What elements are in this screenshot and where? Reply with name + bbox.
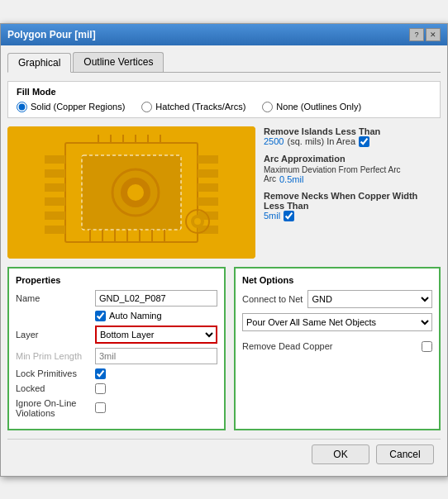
- fill-mode-section: Fill Mode Solid (Copper Regions) Hatched…: [7, 81, 441, 118]
- auto-naming-label: Auto Naming: [109, 311, 162, 321]
- fill-hatched-radio[interactable]: [141, 102, 152, 112]
- pour-over-row: Pour Over All Same Net Objects Do Not Po…: [242, 313, 432, 336]
- arc-approx-value-row: Arc 0.5mil: [264, 174, 441, 184]
- fill-none-label: None (Outlines Only): [276, 102, 361, 112]
- lock-prim-checkbox[interactable]: [95, 368, 106, 379]
- auto-naming-row: Auto Naming: [16, 311, 217, 321]
- locked-row: Locked: [16, 383, 217, 394]
- remove-islands-inputs: 2500 (sq. mils) In Area: [264, 136, 441, 147]
- name-input[interactable]: [95, 290, 217, 307]
- name-row: Name: [16, 290, 217, 307]
- remove-islands-unit: (sq. mils) In Area: [287, 136, 355, 146]
- remove-islands-option: Remove Islands Less Than 2500 (sq. mils)…: [264, 126, 441, 147]
- bottom-area: Properties Name Auto Naming Layer Bottom…: [7, 267, 441, 430]
- dialog-content: Graphical Outline Vertices Fill Mode Sol…: [1, 45, 447, 476]
- svg-rect-3: [45, 155, 65, 164]
- svg-point-17: [127, 184, 144, 201]
- fill-solid-option[interactable]: Solid (Copper Regions): [17, 102, 125, 112]
- locked-label: Locked: [16, 383, 90, 393]
- title-bar: Polygon Pour [mil] ? ✕: [1, 24, 447, 45]
- fill-solid-radio[interactable]: [17, 102, 27, 112]
- svg-rect-10: [198, 169, 218, 178]
- remove-necks-inputs: 5mil: [264, 211, 441, 221]
- layer-select[interactable]: Bottom Layer Top Layer Mid Layer 1 Mid L…: [95, 326, 217, 344]
- main-area: Remove Islands Less Than 2500 (sq. mils)…: [7, 126, 441, 259]
- ok-button[interactable]: OK: [312, 444, 369, 464]
- locked-checkbox[interactable]: [95, 383, 106, 394]
- arc-approx-label: Arc Approximation: [264, 154, 441, 164]
- remove-dead-checkbox[interactable]: [422, 341, 432, 352]
- arc-approx-option: Arc Approximation Maximum Deviation From…: [264, 154, 441, 184]
- ignore-label: Ignore On-Line Violations: [16, 398, 90, 418]
- svg-rect-6: [45, 197, 65, 206]
- window-title: Polygon Pour [mil]: [7, 29, 96, 40]
- arc-approx-sub: Maximum Deviation From Perfect Arc: [264, 165, 441, 174]
- svg-rect-8: [45, 226, 65, 234]
- main-window: Polygon Pour [mil] ? ✕ Graphical Outline…: [0, 23, 448, 477]
- arc-approx-value: 0.5mil: [279, 174, 303, 184]
- connect-net-label: Connect to Net: [242, 294, 303, 304]
- title-bar-buttons: ? ✕: [409, 28, 441, 41]
- fill-none-option[interactable]: None (Outlines Only): [262, 102, 361, 112]
- tab-graphical[interactable]: Graphical: [7, 53, 71, 73]
- remove-necks-option: Remove Necks When Copper Width Less Than…: [264, 191, 441, 221]
- footer: OK Cancel: [7, 439, 441, 469]
- svg-rect-4: [45, 169, 65, 178]
- layer-label: Layer: [16, 330, 90, 340]
- pour-over-select[interactable]: Pour Over All Same Net Objects Do Not Po…: [242, 313, 432, 331]
- pcb-svg: [7, 126, 255, 259]
- name-label: Name: [16, 293, 90, 303]
- auto-naming-checkbox[interactable]: [95, 311, 106, 321]
- remove-islands-label: Remove Islands Less Than: [264, 126, 441, 136]
- min-prim-input[interactable]: [95, 348, 217, 364]
- lock-prim-label: Lock Primitives: [16, 368, 90, 378]
- net-options-title: Net Options: [242, 275, 432, 285]
- fill-none-radio[interactable]: [262, 102, 273, 112]
- tab-bar: Graphical Outline Vertices: [7, 52, 441, 73]
- remove-islands-checkbox[interactable]: [359, 136, 369, 147]
- svg-rect-11: [198, 183, 218, 192]
- remove-necks-value: 5mil: [264, 211, 280, 221]
- ignore-checkbox[interactable]: [95, 402, 106, 413]
- remove-necks-checkbox[interactable]: [284, 211, 294, 221]
- properties-box: Properties Name Auto Naming Layer Bottom…: [7, 267, 226, 430]
- svg-rect-9: [198, 155, 218, 164]
- fill-mode-title: Fill Mode: [17, 87, 431, 97]
- min-prim-label: Min Prim Length: [16, 351, 90, 361]
- cancel-button[interactable]: Cancel: [376, 444, 434, 464]
- lock-primitives-row: Lock Primitives: [16, 368, 217, 379]
- min-prim-row: Min Prim Length: [16, 348, 217, 364]
- fill-mode-options: Solid (Copper Regions) Hatched (Tracks/A…: [17, 102, 431, 112]
- svg-point-21: [194, 218, 201, 225]
- svg-rect-12: [198, 197, 218, 206]
- fill-solid-label: Solid (Copper Regions): [31, 102, 125, 112]
- right-options: Remove Islands Less Than 2500 (sq. mils)…: [264, 126, 441, 259]
- close-button[interactable]: ✕: [426, 28, 441, 41]
- tab-outline-vertices[interactable]: Outline Vertices: [73, 52, 164, 72]
- svg-rect-7: [45, 211, 65, 220]
- remove-islands-value: 2500: [264, 136, 284, 146]
- ignore-violations-row: Ignore On-Line Violations: [16, 398, 217, 418]
- remove-dead-label: Remove Dead Copper: [242, 341, 332, 351]
- pcb-illustration: [7, 126, 255, 259]
- remove-necks-label: Remove Necks When Copper Width Less Than: [264, 191, 441, 211]
- properties-title: Properties: [16, 275, 217, 285]
- connect-net-row: Connect to Net GND VCC +5V +3.3V: [242, 290, 432, 308]
- fill-hatched-label: Hatched (Tracks/Arcs): [155, 102, 245, 112]
- help-button[interactable]: ?: [409, 28, 424, 41]
- remove-dead-row: Remove Dead Copper: [242, 341, 432, 352]
- net-options-box: Net Options Connect to Net GND VCC +5V +…: [234, 267, 441, 430]
- connect-net-select[interactable]: GND VCC +5V +3.3V: [307, 290, 432, 308]
- layer-row: Layer Bottom Layer Top Layer Mid Layer 1…: [16, 326, 217, 344]
- svg-rect-5: [45, 183, 65, 192]
- fill-hatched-option[interactable]: Hatched (Tracks/Arcs): [141, 102, 245, 112]
